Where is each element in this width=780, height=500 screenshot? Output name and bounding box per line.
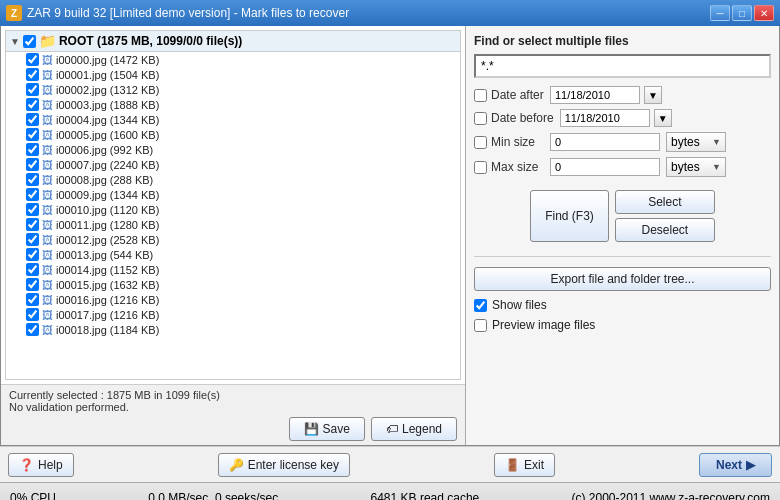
- tree-item: 🖼 i00003.jpg (1888 KB): [6, 97, 460, 112]
- min-size-checkbox[interactable]: [474, 136, 487, 149]
- max-size-label: Max size: [474, 160, 544, 174]
- file-checkbox[interactable]: [26, 143, 39, 156]
- right-panel: Find or select multiple files Date after…: [466, 26, 779, 445]
- copyright: (c) 2000-2011 www.z-a-recovery.com: [571, 491, 770, 501]
- file-checkbox[interactable]: [26, 293, 39, 306]
- date-before-input[interactable]: [560, 109, 650, 127]
- main-content: ▼ 📁 ROOT (1875 MB, 1099/0/0 file(s)) 🖼 i…: [0, 26, 780, 446]
- preview-row: Preview image files: [474, 318, 771, 332]
- minimize-button[interactable]: ─: [710, 5, 730, 21]
- date-after-input[interactable]: [550, 86, 640, 104]
- app-icon: Z: [6, 5, 22, 21]
- exit-button[interactable]: 🚪 Exit: [494, 453, 555, 477]
- tree-item: 🖼 i00010.jpg (1120 KB): [6, 202, 460, 217]
- file-icon: 🖼: [42, 159, 53, 171]
- io-status: 0.0 MB/sec, 0 seeks/sec: [148, 491, 278, 501]
- close-button[interactable]: ✕: [754, 5, 774, 21]
- folder-icon: 📁: [39, 33, 56, 49]
- tree-item: 🖼 i00004.jpg (1344 KB): [6, 112, 460, 127]
- file-icon: 🖼: [42, 249, 53, 261]
- tree-item: 🖼 i00016.jpg (1216 KB): [6, 292, 460, 307]
- key-icon: 🔑: [229, 458, 244, 472]
- legend-button[interactable]: 🏷 Legend: [371, 417, 457, 441]
- date-before-checkbox[interactable]: [474, 112, 487, 125]
- file-checkbox[interactable]: [26, 128, 39, 141]
- file-checkbox[interactable]: [26, 188, 39, 201]
- file-checkbox[interactable]: [26, 323, 39, 336]
- select-button[interactable]: Select: [615, 190, 715, 214]
- file-checkbox[interactable]: [26, 158, 39, 171]
- file-checkbox[interactable]: [26, 233, 39, 246]
- save-button[interactable]: 💾 Save: [289, 417, 365, 441]
- file-checkbox[interactable]: [26, 83, 39, 96]
- license-button[interactable]: 🔑 Enter license key: [218, 453, 350, 477]
- max-size-checkbox[interactable]: [474, 161, 487, 174]
- date-after-row: Date after ▼: [474, 86, 771, 104]
- tree-item: 🖼 i00011.jpg (1280 KB): [6, 217, 460, 232]
- file-icon: 🖼: [42, 54, 53, 66]
- next-arrow-icon: ▶: [746, 458, 755, 472]
- min-size-dropdown[interactable]: bytes ▼: [666, 132, 726, 152]
- file-checkbox[interactable]: [26, 278, 39, 291]
- maximize-button[interactable]: □: [732, 5, 752, 21]
- root-checkbox[interactable]: [23, 35, 36, 48]
- min-size-row: Min size bytes ▼: [474, 132, 771, 152]
- file-checkbox[interactable]: [26, 218, 39, 231]
- max-size-row: Max size bytes ▼: [474, 157, 771, 177]
- show-files-checkbox[interactable]: [474, 299, 487, 312]
- file-icon: 🖼: [42, 219, 53, 231]
- date-after-checkbox[interactable]: [474, 89, 487, 102]
- date-after-calendar-button[interactable]: ▼: [644, 86, 662, 104]
- help-icon: ❓: [19, 458, 34, 472]
- file-icon: 🖼: [42, 234, 53, 246]
- show-files-label: Show files: [492, 298, 547, 312]
- deselect-button[interactable]: Deselect: [615, 218, 715, 242]
- file-label: i00013.jpg (544 KB): [56, 249, 153, 261]
- help-button[interactable]: ❓ Help: [8, 453, 74, 477]
- file-label: i00002.jpg (1312 KB): [56, 84, 159, 96]
- file-checkbox[interactable]: [26, 113, 39, 126]
- file-label: i00012.jpg (2528 KB): [56, 234, 159, 246]
- file-checkbox[interactable]: [26, 248, 39, 261]
- file-checkbox[interactable]: [26, 308, 39, 321]
- tree-header: ▼ 📁 ROOT (1875 MB, 1099/0/0 file(s)): [6, 31, 460, 52]
- file-icon: 🖼: [42, 144, 53, 156]
- tree-item: 🖼 i00002.jpg (1312 KB): [6, 82, 460, 97]
- date-before-calendar-button[interactable]: ▼: [654, 109, 672, 127]
- file-tree[interactable]: ▼ 📁 ROOT (1875 MB, 1099/0/0 file(s)) 🖼 i…: [5, 30, 461, 380]
- search-input[interactable]: [474, 54, 771, 78]
- max-size-input[interactable]: [550, 158, 660, 176]
- separator: [474, 256, 771, 257]
- tree-item: 🖼 i00017.jpg (1216 KB): [6, 307, 460, 322]
- file-checkbox[interactable]: [26, 68, 39, 81]
- file-label: i00001.jpg (1504 KB): [56, 69, 159, 81]
- file-label: i00003.jpg (1888 KB): [56, 99, 159, 111]
- file-icon: 🖼: [42, 264, 53, 276]
- preview-checkbox[interactable]: [474, 319, 487, 332]
- file-icon: 🖼: [42, 204, 53, 216]
- selected-status: Currently selected : 1875 MB in 1099 fil…: [9, 389, 457, 401]
- file-label: i00005.jpg (1600 KB): [56, 129, 159, 141]
- file-label: i00015.jpg (1632 KB): [56, 279, 159, 291]
- min-size-input[interactable]: [550, 133, 660, 151]
- file-list: 🖼 i00000.jpg (1472 KB) 🖼 i00001.jpg (150…: [6, 52, 460, 337]
- window-title: ZAR 9 build 32 [Limited demo version] - …: [27, 6, 349, 20]
- file-checkbox[interactable]: [26, 53, 39, 66]
- preview-label: Preview image files: [492, 318, 595, 332]
- file-checkbox[interactable]: [26, 203, 39, 216]
- exit-icon: 🚪: [505, 458, 520, 472]
- save-icon: 💾: [304, 422, 319, 436]
- tree-item: 🖼 i00009.jpg (1344 KB): [6, 187, 460, 202]
- file-checkbox[interactable]: [26, 173, 39, 186]
- file-icon: 🖼: [42, 309, 53, 321]
- status-bar: 0% CPU 0.0 MB/sec, 0 seeks/sec 6481 KB r…: [0, 482, 780, 500]
- export-button[interactable]: Export file and folder tree...: [474, 267, 771, 291]
- file-checkbox[interactable]: [26, 98, 39, 111]
- file-icon: 🖼: [42, 189, 53, 201]
- min-size-label: Min size: [474, 135, 544, 149]
- next-button[interactable]: Next ▶: [699, 453, 772, 477]
- find-button[interactable]: Find (F3): [530, 190, 609, 242]
- file-icon: 🖼: [42, 69, 53, 81]
- file-checkbox[interactable]: [26, 263, 39, 276]
- max-size-dropdown[interactable]: bytes ▼: [666, 157, 726, 177]
